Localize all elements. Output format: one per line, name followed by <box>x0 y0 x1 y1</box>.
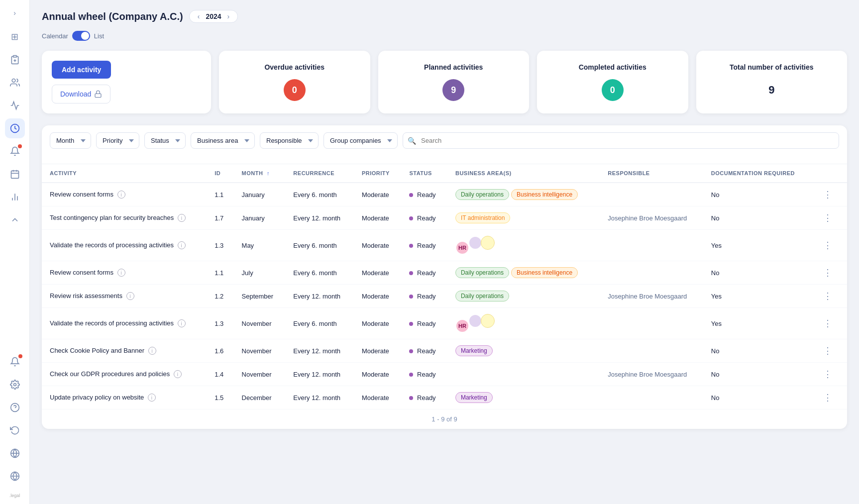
month-cell: November <box>234 363 286 386</box>
gear-icon[interactable] <box>5 375 25 395</box>
recurrence-cell: Every 6. month <box>285 230 354 261</box>
info-icon[interactable]: i <box>174 370 182 378</box>
responsible-cell: Josephine Broe Moesgaard <box>600 363 703 386</box>
id-cell: 1.5 <box>207 386 233 409</box>
planned-badge: 9 <box>442 79 464 101</box>
col-month[interactable]: MONTH ↑ <box>234 164 286 183</box>
business-area-cell: Daily operationsBusiness intelligence <box>447 183 600 206</box>
doc-required-cell: Yes <box>703 308 811 339</box>
completed-card: Completed activities 0 <box>537 51 688 113</box>
responsible-filter[interactable]: Responsible <box>260 132 319 149</box>
priority-filter[interactable]: Priority <box>96 132 139 149</box>
sidebar-toggle[interactable]: › <box>8 6 22 20</box>
status-cell: Ready <box>401 183 447 206</box>
activity-cell: Validate the records of processing activ… <box>42 230 207 261</box>
status-dot <box>409 349 413 353</box>
actions-cell[interactable]: ⋮ <box>811 206 847 230</box>
add-activity-button[interactable]: Add activity <box>52 61 111 79</box>
business-area-filter[interactable]: Business area <box>191 132 255 149</box>
chart-icon[interactable] <box>5 96 25 115</box>
three-dot-menu[interactable]: ⋮ <box>819 211 836 225</box>
dashboard-icon[interactable]: ⊞ <box>5 27 25 47</box>
calendar-sidebar-icon[interactable] <box>5 164 25 184</box>
info-icon[interactable]: i <box>148 394 156 402</box>
view-toggle-switch[interactable] <box>72 31 90 41</box>
month-filter[interactable]: Month <box>50 132 91 149</box>
info-icon[interactable]: i <box>178 319 186 327</box>
table-row: Update privacy policy on website i 1.5De… <box>42 386 847 409</box>
actions-cell[interactable]: ⋮ <box>811 183 847 206</box>
doc-required-cell: No <box>703 339 811 363</box>
priority-cell: Moderate <box>354 230 402 261</box>
id-cell: 1.2 <box>207 285 233 308</box>
actions-cell[interactable]: ⋮ <box>811 230 847 261</box>
search-input[interactable] <box>403 132 839 149</box>
col-recurrence: RECURRENCE <box>285 164 354 183</box>
table-row: Review risk assessments i 1.2SeptemberEv… <box>42 285 847 308</box>
activity-cell: Check our GDPR procedures and policies i <box>42 363 207 386</box>
three-dot-menu[interactable]: ⋮ <box>819 289 836 303</box>
search-icon: 🔍 <box>408 137 416 145</box>
three-dot-menu[interactable]: ⋮ <box>819 238 836 252</box>
chevron-up-icon[interactable] <box>5 210 25 230</box>
info-icon[interactable]: i <box>178 241 186 249</box>
question-icon[interactable] <box>5 398 25 417</box>
three-dot-menu[interactable]: ⋮ <box>819 188 836 202</box>
list-label: List <box>94 32 104 40</box>
id-cell: 1.1 <box>207 183 233 206</box>
actions-cell[interactable]: ⋮ <box>811 261 847 285</box>
actions-cell[interactable]: ⋮ <box>811 339 847 363</box>
actions-cell[interactable]: ⋮ <box>811 363 847 386</box>
status-dot <box>409 216 413 220</box>
info-icon[interactable]: i <box>117 269 125 277</box>
responsible-cell <box>600 308 703 339</box>
status-dot <box>409 271 413 275</box>
world-icon[interactable] <box>5 466 25 486</box>
users-icon[interactable] <box>5 73 25 93</box>
globe-icon[interactable] <box>5 443 25 463</box>
three-dot-menu[interactable]: ⋮ <box>819 367 836 381</box>
status-filter[interactable]: Status <box>144 132 186 149</box>
actions-cell[interactable]: ⋮ <box>811 285 847 308</box>
next-year-button[interactable]: › <box>225 12 232 20</box>
info-icon[interactable]: i <box>148 347 156 355</box>
activity-main-icon[interactable] <box>5 118 25 138</box>
group-companies-filter[interactable]: Group companies <box>323 132 398 149</box>
col-business-areas: BUSINESS AREA(S) <box>447 164 600 183</box>
responsible-cell: Josephine Broe Moesgaard <box>600 206 703 230</box>
total-label: Total number of activities <box>730 63 814 71</box>
col-doc-required: DOCUMENTATION REQUIRED <box>703 164 811 183</box>
alert-bell-sidebar-icon[interactable] <box>5 352 25 372</box>
activity-cell: Test contingency plan for security breac… <box>42 206 207 230</box>
three-dot-menu[interactable]: ⋮ <box>819 391 836 404</box>
business-area-tag: IT administration <box>455 212 510 223</box>
actions-cell[interactable]: ⋮ <box>811 308 847 339</box>
doc-required-cell: No <box>703 363 811 386</box>
download-button[interactable]: Download <box>52 85 110 103</box>
refresh-icon[interactable] <box>5 420 25 440</box>
business-area-tag: Business intelligence <box>511 189 578 200</box>
status-dot <box>409 193 413 197</box>
actions-cell[interactable]: ⋮ <box>811 386 847 409</box>
info-icon[interactable]: i <box>126 292 134 300</box>
three-dot-menu[interactable]: ⋮ <box>819 266 836 280</box>
info-icon[interactable]: i <box>117 191 125 199</box>
activity-cell: Update privacy policy on website i <box>42 386 207 409</box>
legal-text: .legal <box>9 493 20 498</box>
notification-bell-icon[interactable] <box>5 141 25 161</box>
add-card: Add activity Download <box>42 51 211 113</box>
svg-point-12 <box>13 384 16 386</box>
three-dot-menu[interactable]: ⋮ <box>819 344 836 358</box>
status-dot <box>409 396 413 400</box>
bar-chart-sidebar-icon[interactable] <box>5 187 25 207</box>
prev-year-button[interactable]: ‹ <box>196 12 202 20</box>
svg-rect-0 <box>13 56 16 57</box>
status-cell: Ready <box>401 206 447 230</box>
three-dot-menu[interactable]: ⋮ <box>819 316 836 330</box>
svg-rect-18 <box>95 94 101 97</box>
clipboard-icon[interactable] <box>5 50 25 70</box>
info-icon[interactable]: i <box>178 214 186 222</box>
calendar-label: Calendar <box>42 32 68 40</box>
recurrence-cell: Every 12. month <box>285 206 354 230</box>
completed-badge: 0 <box>602 79 624 101</box>
